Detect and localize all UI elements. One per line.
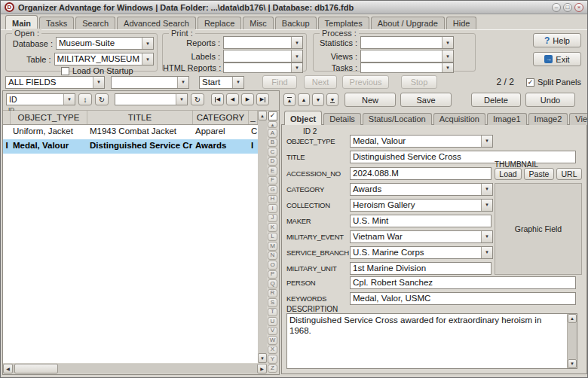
- reload-button[interactable]: ↻: [95, 93, 109, 105]
- help-button[interactable]: ? Help: [533, 33, 581, 47]
- alphabet-letter-button[interactable]: S: [268, 298, 277, 307]
- alphabet-letter-button[interactable]: H: [268, 195, 277, 204]
- alphabet-letter-button[interactable]: V: [268, 327, 277, 336]
- statistics-select[interactable]: ▼: [360, 36, 454, 49]
- alphabet-letter-button[interactable]: R: [268, 289, 277, 298]
- alphabet-letter-button[interactable]: O: [268, 261, 277, 270]
- alphabet-letter-button[interactable]: M: [268, 242, 277, 251]
- dropdown-arrow-icon[interactable]: ▼: [232, 77, 243, 88]
- tab-hide[interactable]: Hide: [446, 17, 477, 29]
- scroll-down-icon[interactable]: ▼: [568, 359, 577, 368]
- table-row-selected[interactable]: I Medal, Valour Distinguished Service Cr…: [3, 139, 258, 154]
- scrollbar-track[interactable]: [13, 364, 257, 373]
- keywords-field[interactable]: Medal, Valor, USMC: [350, 292, 576, 305]
- previous-record-button[interactable]: ▲: [298, 93, 310, 106]
- dropdown-arrow-icon[interactable]: ▼: [142, 38, 153, 49]
- next-button[interactable]: Next: [304, 75, 337, 89]
- column-header-partial[interactable]: _: [249, 111, 258, 124]
- scroll-down-icon[interactable]: ▼: [258, 353, 267, 363]
- alphabet-letter-button[interactable]: P: [268, 270, 277, 279]
- delete-button[interactable]: Delete: [471, 93, 521, 107]
- service-branch-select[interactable]: U.S. Marine Corps ▼: [350, 246, 493, 259]
- dropdown-arrow-icon[interactable]: ▼: [442, 63, 453, 72]
- search-query-input[interactable]: ▼: [111, 76, 189, 89]
- undo-button[interactable]: Undo: [525, 93, 575, 107]
- dropdown-arrow-icon[interactable]: ▼: [142, 53, 153, 65]
- person-field[interactable]: Cpl. Robert Sanchez: [350, 276, 576, 289]
- tab-tasks[interactable]: Tasks: [39, 17, 74, 29]
- alphabet-letter-button[interactable]: G: [268, 185, 277, 194]
- alphabet-letter-button[interactable]: J: [268, 214, 277, 223]
- column-header-object-type[interactable]: OBJECT_TYPE: [11, 111, 87, 124]
- military-event-select[interactable]: Vietnam War ▼: [350, 230, 493, 243]
- tab-replace[interactable]: Replace: [198, 17, 241, 29]
- next-record-button[interactable]: ▼: [312, 93, 324, 106]
- dropdown-arrow-icon[interactable]: ▼: [481, 200, 492, 211]
- description-textarea[interactable]: Distinguished Service Cross awarded for …: [286, 313, 577, 369]
- column-header-category[interactable]: CATEGORY: [193, 111, 249, 124]
- dropdown-arrow-icon[interactable]: ▼: [176, 94, 187, 105]
- accession-no-field[interactable]: 2024.088.M: [350, 167, 492, 180]
- sort-field-select[interactable]: ID ▼: [6, 93, 75, 105]
- military-unit-field[interactable]: 1st Marine Division: [350, 262, 492, 275]
- last-record-button[interactable]: ▼: [326, 93, 338, 106]
- scrollbar-track[interactable]: [568, 323, 577, 359]
- collection-select[interactable]: Heroism Gallery ▼: [350, 199, 493, 212]
- views-select[interactable]: ▼: [360, 50, 454, 62]
- search-mode-select[interactable]: Start ▼: [199, 76, 244, 89]
- save-button[interactable]: Save: [400, 93, 452, 107]
- tab-details[interactable]: Details: [323, 113, 361, 125]
- title-field[interactable]: Distinguished Service Cross: [350, 151, 576, 163]
- last-record-button[interactable]: ▶: [256, 93, 269, 105]
- alphabet-letter-button[interactable]: A: [268, 129, 277, 138]
- alphabet-letter-button[interactable]: I: [268, 204, 277, 213]
- find-button[interactable]: Find: [262, 75, 297, 89]
- dropdown-arrow-icon[interactable]: ▼: [442, 50, 453, 62]
- alphabet-letter-button[interactable]: Y: [268, 355, 277, 364]
- alphabet-letter-button[interactable]: Z: [268, 364, 277, 373]
- table-select[interactable]: MILITARY_MUSEUM ▼: [54, 53, 154, 66]
- reports-select[interactable]: ▼: [223, 36, 303, 49]
- tab-misc[interactable]: Misc: [243, 17, 274, 29]
- tab-status-location[interactable]: Status/Location: [363, 113, 432, 125]
- maker-field[interactable]: U.S. Mint: [350, 215, 492, 227]
- tab-templates[interactable]: Templates: [318, 17, 369, 29]
- tab-main[interactable]: Main: [5, 15, 38, 29]
- first-record-button[interactable]: ◀: [211, 93, 224, 105]
- alphabet-scroll-up-icon[interactable]: ▲: [268, 121, 277, 128]
- scroll-up-icon[interactable]: ▲: [258, 111, 267, 120]
- html-reports-select[interactable]: ▼: [223, 62, 303, 73]
- alphabet-letter-button[interactable]: W: [268, 336, 277, 345]
- tab-image2[interactable]: Image2: [528, 113, 568, 125]
- tab-image1[interactable]: Image1: [487, 113, 527, 125]
- dropdown-arrow-icon[interactable]: ▼: [291, 63, 302, 72]
- tab-object[interactable]: Object: [284, 111, 322, 125]
- thumbnail-url-button[interactable]: URL: [556, 168, 582, 180]
- stop-button[interactable]: Stop: [401, 75, 437, 89]
- tab-backup[interactable]: Backup: [275, 17, 317, 29]
- dropdown-arrow-icon[interactable]: ▼: [442, 37, 453, 48]
- scrollbar-thumb[interactable]: [14, 364, 58, 373]
- table-vertical-scrollbar[interactable]: ▲ ▼: [258, 111, 267, 363]
- scroll-up-icon[interactable]: ▲: [568, 314, 577, 323]
- first-record-button[interactable]: ▲: [283, 93, 296, 106]
- table-row[interactable]: Uniform, Jacket M1943 Combat Jacket Appa…: [3, 125, 258, 139]
- dropdown-arrow-icon[interactable]: ▼: [481, 136, 492, 147]
- category-select[interactable]: Awards ▼: [350, 183, 493, 196]
- tab-view[interactable]: View: [569, 113, 588, 125]
- exit-button[interactable]: → Exit: [533, 52, 581, 66]
- tab-search[interactable]: Search: [75, 17, 115, 29]
- scroll-left-icon[interactable]: ◀: [3, 364, 13, 373]
- dropdown-arrow-icon[interactable]: ▼: [63, 94, 75, 105]
- tab-acquisition[interactable]: Acquisition: [433, 113, 485, 125]
- new-button[interactable]: New: [345, 93, 396, 107]
- dropdown-arrow-icon[interactable]: ▼: [291, 37, 302, 48]
- quick-filter-input[interactable]: ▼: [115, 93, 188, 105]
- alphabet-letter-button[interactable]: X: [268, 346, 277, 355]
- labels-select[interactable]: ▼: [223, 50, 303, 62]
- indicator-column-header[interactable]: [3, 111, 11, 124]
- search-field-select[interactable]: ALL FIELDS ▼: [5, 76, 105, 89]
- alphabet-letter-button[interactable]: Q: [268, 279, 277, 288]
- scroll-right-icon[interactable]: ▶: [257, 364, 267, 373]
- sort-direction-button[interactable]: ↕: [78, 93, 92, 105]
